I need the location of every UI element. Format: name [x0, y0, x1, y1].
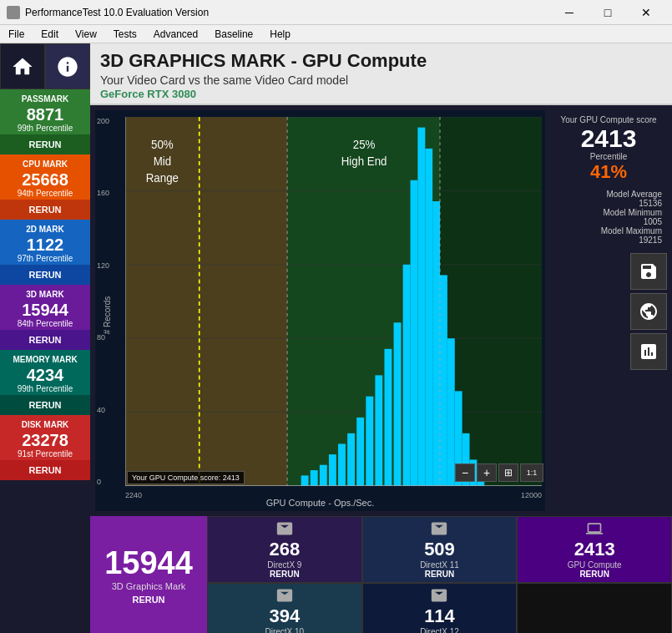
- y-label-80: 80: [97, 333, 109, 342]
- minimize-button[interactable]: ─: [550, 0, 589, 25]
- svg-rect-13: [338, 443, 346, 486]
- mark3d-tile-value: 15944: [104, 545, 193, 581]
- gpu-compute-tile: 2413 GPU Compute RERUN: [517, 516, 672, 583]
- passmark-value: 8871: [3, 105, 87, 124]
- your-score-value: 2413: [555, 124, 662, 152]
- svg-text:50%: 50%: [151, 137, 174, 151]
- disk-rerun-button[interactable]: RERUN: [3, 463, 87, 478]
- mark3d-rerun-section: RERUN: [0, 330, 90, 350]
- directx9-label: DirectX 9: [267, 560, 301, 570]
- zoom-out-button[interactable]: −: [455, 463, 475, 482]
- save-results-button[interactable]: [630, 253, 667, 290]
- mark2d-value: 1122: [3, 235, 87, 254]
- mark3d-value: 15944: [3, 301, 87, 319]
- page-title: 3D GRAPHICS MARK - GPU Compute: [100, 50, 662, 72]
- passmark-rerun-section: RERUN: [0, 134, 90, 154]
- chart-container: # Records: [95, 110, 545, 511]
- svg-rect-20: [403, 265, 411, 486]
- disk-value: 23278: [3, 431, 87, 449]
- model-min-value: 1005: [555, 217, 662, 226]
- home-button[interactable]: [0, 43, 45, 89]
- svg-rect-25: [440, 275, 447, 486]
- mark3d-rerun-button[interactable]: RERUN: [3, 332, 87, 347]
- cpu-rerun-button[interactable]: RERUN: [3, 202, 87, 217]
- globe-button[interactable]: [630, 293, 667, 330]
- zoom-controls: − + ⊞ 1:1: [455, 463, 543, 482]
- svg-rect-14: [347, 433, 355, 486]
- menu-advanced[interactable]: Advanced: [145, 25, 206, 43]
- mark3d-tile: 15944 3D Graphics Mark RERUN: [90, 516, 207, 633]
- info-button[interactable]: [45, 43, 90, 89]
- sidebar-top-icons: [0, 43, 90, 89]
- zoom-fit-button[interactable]: ⊞: [498, 463, 518, 482]
- svg-rect-12: [329, 454, 336, 486]
- directx12-tile: 114 DirectX 12 RERUN: [362, 583, 518, 633]
- directx9-rerun-button[interactable]: RERUN: [270, 570, 300, 579]
- x-axis-title: GPU Compute - Ops./Sec.: [95, 496, 545, 509]
- svg-text:Mid: Mid: [154, 154, 171, 168]
- disk-rerun-section: RERUN: [0, 460, 90, 480]
- memory-percentile: 99th Percentile: [3, 384, 87, 395]
- disk-percentile: 91st Percentile: [3, 449, 87, 460]
- content-area: 3D GRAPHICS MARK - GPU Compute Your Vide…: [90, 43, 672, 633]
- svg-rect-18: [384, 349, 392, 486]
- page-subtitle: Your Video Card vs the same Video Card m…: [100, 73, 662, 87]
- cpu-rerun-section: RERUN: [0, 200, 90, 220]
- model-avg-value: 15136: [555, 199, 662, 208]
- gpu-compute-label: GPU Compute: [568, 560, 622, 570]
- zoom-reset-button[interactable]: 1:1: [520, 463, 543, 482]
- percentile-value: 41%: [555, 161, 662, 183]
- directx12-value: 114: [424, 605, 455, 627]
- chart-area: # Records: [90, 105, 672, 516]
- mark2d-label: 2D MARK: [3, 223, 87, 235]
- svg-text:High End: High End: [341, 154, 387, 168]
- bottom-tiles: 15944 3D Graphics Mark RERUN 268 DirectX…: [90, 516, 672, 633]
- y-axis-title: # Records: [103, 296, 112, 335]
- passmark-rerun-button[interactable]: RERUN: [3, 137, 87, 152]
- percentile-label: Percentile: [555, 152, 662, 161]
- svg-rect-21: [411, 180, 418, 486]
- gpu-compute-value: 2413: [574, 539, 615, 560]
- your-score-label: Your GPU Compute score: [555, 115, 662, 124]
- window-controls: ─ □ ✕: [550, 0, 665, 25]
- mark2d-rerun-button[interactable]: RERUN: [3, 267, 87, 282]
- gpu-compute-rerun-button[interactable]: RERUN: [579, 570, 609, 579]
- directx11-label: DirectX 11: [420, 560, 459, 570]
- svg-rect-24: [432, 201, 440, 486]
- gpu-model: GeForce RTX 3080: [100, 88, 662, 100]
- svg-rect-26: [447, 338, 455, 486]
- model-min-label: Model Minimum: [555, 208, 662, 217]
- menu-baseline[interactable]: Baseline: [206, 25, 261, 43]
- passmark-percentile: 99th Percentile: [3, 124, 87, 134]
- menu-help[interactable]: Help: [261, 25, 299, 43]
- mark3d-section: 3D MARK 15944 84th Percentile: [0, 285, 90, 330]
- y-label-200: 200: [97, 117, 109, 125]
- svg-text:Range: Range: [146, 170, 179, 185]
- mark3d-tile-label: 3D Graphics Mark: [112, 581, 186, 591]
- svg-rect-16: [366, 397, 373, 486]
- svg-text:25%: 25%: [353, 137, 376, 151]
- memory-rerun-button[interactable]: RERUN: [3, 398, 87, 413]
- mark3d-percentile: 84th Percentile: [3, 319, 87, 330]
- directx11-rerun-button[interactable]: RERUN: [425, 570, 455, 579]
- mark2d-rerun-section: RERUN: [0, 265, 90, 285]
- memory-label: MEMORY MARK: [3, 353, 87, 366]
- memory-value: 4234: [3, 366, 87, 384]
- zoom-in-button[interactable]: +: [477, 463, 497, 482]
- mark3d-tile-rerun-button[interactable]: RERUN: [132, 595, 164, 605]
- menu-edit[interactable]: Edit: [33, 25, 67, 43]
- app-icon: [7, 6, 20, 19]
- y-label-120: 120: [97, 261, 109, 270]
- maximize-button[interactable]: □: [589, 0, 627, 25]
- content-header: 3D GRAPHICS MARK - GPU Compute Your Vide…: [90, 43, 672, 105]
- menu-file[interactable]: File: [0, 25, 33, 43]
- svg-rect-19: [394, 322, 402, 486]
- chart-button[interactable]: [630, 333, 667, 370]
- menu-tests[interactable]: Tests: [105, 25, 145, 43]
- menu-bar: File Edit View Tests Advanced Baseline H…: [0, 25, 672, 43]
- close-button[interactable]: ✕: [627, 0, 665, 25]
- menu-view[interactable]: View: [67, 25, 105, 43]
- mark2d-section: 2D MARK 1122 97th Percentile: [0, 220, 90, 265]
- title-bar: PerformanceTest 10.0 Evaluation Version …: [0, 0, 672, 25]
- disk-section: DISK MARK 23278 91st Percentile: [0, 415, 90, 460]
